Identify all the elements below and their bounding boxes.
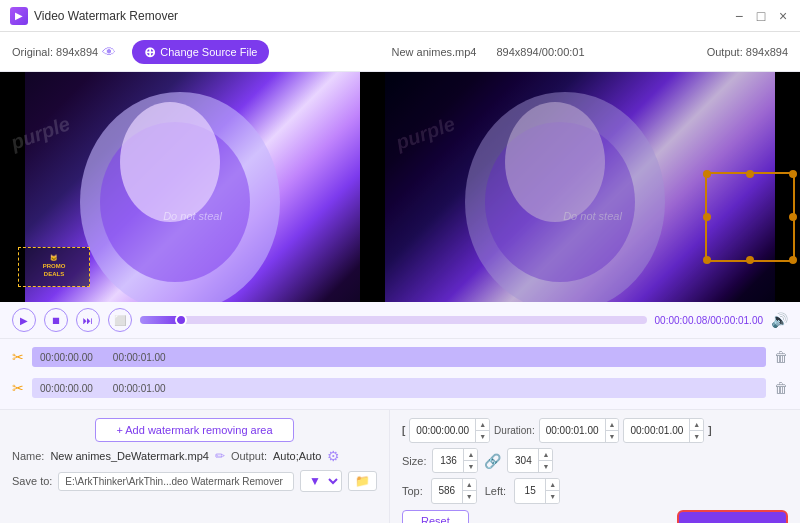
bracket-close: ] bbox=[708, 425, 711, 436]
right-panel-top: [ 00:00:00.00 ▲ ▼ Duration: 00:00:01.00 … bbox=[402, 418, 788, 504]
left-video-panel: purple Do not steal 🐱PROMODEALS bbox=[0, 72, 385, 302]
minimize-button[interactable]: − bbox=[732, 9, 746, 23]
time-end-down[interactable]: ▼ bbox=[690, 431, 703, 442]
eye-icon[interactable]: 👁 bbox=[102, 44, 116, 60]
app-icon: ▶ bbox=[10, 7, 28, 25]
folder-button[interactable]: 📁 bbox=[348, 471, 377, 491]
video-area: purple Do not steal 🐱PROMODEALS purple D… bbox=[0, 72, 800, 302]
promo-text: 🐱PROMODEALS bbox=[43, 255, 66, 278]
handle-top-mid[interactable] bbox=[746, 170, 754, 178]
size-h-spinner: 304 ▲ ▼ bbox=[507, 448, 553, 473]
volume-icon[interactable]: 🔊 bbox=[771, 312, 788, 328]
player-controls: ▶ ⏹ ⏭ ⬜ 00:00:00.08/00:00:01.00 🔊 bbox=[0, 302, 800, 339]
handle-bottom-mid[interactable] bbox=[746, 256, 754, 264]
timeline-icon-1: ✂ bbox=[12, 349, 24, 365]
timeline-track-2[interactable]: 00:00:00.00 00:00:01.00 bbox=[32, 378, 766, 398]
handle-top-left[interactable] bbox=[703, 170, 711, 178]
left-up[interactable]: ▲ bbox=[546, 479, 559, 491]
duration-label: Duration: bbox=[494, 425, 535, 436]
change-source-button[interactable]: ⊕ Change Source File bbox=[132, 40, 269, 64]
time-end-up[interactable]: ▲ bbox=[690, 419, 703, 431]
size-w-down[interactable]: ▼ bbox=[464, 461, 477, 472]
timeline-delete-1[interactable]: 🗑 bbox=[774, 349, 788, 365]
save-dropdown[interactable]: ▼ bbox=[300, 470, 342, 492]
right-panel: [ 00:00:00.00 ▲ ▼ Duration: 00:00:01.00 … bbox=[390, 410, 800, 523]
right-black-bar bbox=[360, 72, 385, 302]
time-start-spinners: ▲ ▼ bbox=[475, 419, 489, 442]
duration-spinner: 00:00:01.00 ▲ ▼ bbox=[539, 418, 620, 443]
duration-value: 00:00:01.00 bbox=[540, 423, 605, 438]
reset-button[interactable]: Reset bbox=[402, 510, 469, 523]
top-down[interactable]: ▼ bbox=[463, 491, 476, 502]
size-h-value: 304 bbox=[508, 453, 538, 468]
stop-button[interactable]: ⏹ bbox=[44, 308, 68, 332]
top-value: 586 bbox=[432, 483, 462, 498]
handle-bottom-left[interactable] bbox=[703, 256, 711, 264]
gear-icon[interactable]: ⚙ bbox=[327, 448, 340, 464]
next-frame-button[interactable]: ⏭ bbox=[76, 308, 100, 332]
maximize-button[interactable]: □ bbox=[754, 9, 768, 23]
bracket-open: [ bbox=[402, 425, 405, 436]
name-label: Name: bbox=[12, 450, 44, 462]
time-display: 00:00:00.08/00:00:01.00 bbox=[655, 315, 763, 326]
handle-bottom-right[interactable] bbox=[789, 256, 797, 264]
title-bar: ▶ Video Watermark Remover − □ × bbox=[0, 0, 800, 32]
export-button[interactable]: Export bbox=[677, 510, 788, 523]
file-info-bar: New animes.mp4 894x894/00:00:01 bbox=[285, 46, 690, 58]
track2-start: 00:00:00.00 bbox=[40, 383, 93, 394]
save-row: Save to: ▼ 📁 bbox=[12, 470, 377, 492]
mark-button[interactable]: ⬜ bbox=[108, 308, 132, 332]
left-video-frame: purple Do not steal 🐱PROMODEALS bbox=[0, 72, 385, 302]
app-title: Video Watermark Remover bbox=[34, 9, 178, 23]
save-path-input[interactable] bbox=[58, 472, 294, 491]
selection-box[interactable] bbox=[705, 172, 795, 262]
size-label: Size: bbox=[402, 455, 426, 467]
name-value: New animes_DeWatermark.mp4 bbox=[50, 450, 209, 462]
duration-spinners: ▲ ▼ bbox=[605, 419, 619, 442]
output-label: Output: 894x894 bbox=[707, 46, 788, 58]
size-w-spinners: ▲ ▼ bbox=[463, 449, 477, 472]
handle-mid-right[interactable] bbox=[789, 213, 797, 221]
time-start-up[interactable]: ▲ bbox=[476, 419, 489, 431]
top-up[interactable]: ▲ bbox=[463, 479, 476, 491]
timeline-section: ✂ 00:00:00.00 00:00:01.00 🗑 ✂ 00:00:00.0… bbox=[0, 339, 800, 409]
handle-top-right[interactable] bbox=[789, 170, 797, 178]
right-video-frame: purple Do not steal bbox=[385, 72, 800, 302]
watermark-promo-left: 🐱PROMODEALS bbox=[18, 247, 90, 287]
time-start-down[interactable]: ▼ bbox=[476, 431, 489, 442]
add-watermark-area-button[interactable]: + Add watermark removing area bbox=[95, 418, 293, 442]
handle-mid-left[interactable] bbox=[703, 213, 711, 221]
timeline-track-1[interactable]: 00:00:00.00 00:00:01.00 bbox=[32, 347, 766, 367]
do-not-steal-text: Do not steal bbox=[163, 210, 222, 222]
progress-bar[interactable] bbox=[140, 316, 647, 324]
bottom-section: + Add watermark removing area Name: New … bbox=[0, 409, 800, 523]
original-label: Original: 894x894 👁 bbox=[12, 44, 116, 60]
duration-up[interactable]: ▲ bbox=[606, 419, 619, 431]
timeline-delete-2[interactable]: 🗑 bbox=[774, 380, 788, 396]
play-button[interactable]: ▶ bbox=[12, 308, 36, 332]
left-spinner: 15 ▲ ▼ bbox=[514, 478, 560, 503]
close-button[interactable]: × bbox=[776, 9, 790, 23]
top-bar: Original: 894x894 👁 ⊕ Change Source File… bbox=[0, 32, 800, 72]
time-start-value: 00:00:00.00 bbox=[410, 423, 475, 438]
timeline-row-1: ✂ 00:00:00.00 00:00:01.00 🗑 bbox=[12, 343, 788, 371]
output-value: Auto;Auto bbox=[273, 450, 321, 462]
size-row: Size: 136 ▲ ▼ 🔗 304 ▲ ▼ bbox=[402, 448, 788, 473]
size-h-down[interactable]: ▼ bbox=[539, 461, 552, 472]
size-h-up[interactable]: ▲ bbox=[539, 449, 552, 461]
duration-down[interactable]: ▼ bbox=[606, 431, 619, 442]
edit-icon[interactable]: ✏ bbox=[215, 449, 225, 463]
left-down[interactable]: ▼ bbox=[546, 491, 559, 502]
track2-end: 00:00:01.00 bbox=[113, 383, 166, 394]
save-label: Save to: bbox=[12, 475, 52, 487]
size-w-up[interactable]: ▲ bbox=[464, 449, 477, 461]
track1-start: 00:00:00.00 bbox=[40, 352, 93, 363]
output-label: Output: bbox=[231, 450, 267, 462]
top-spinners: ▲ ▼ bbox=[462, 479, 476, 502]
time-end-spinner: 00:00:01.00 ▲ ▼ bbox=[623, 418, 704, 443]
file-name: New animes.mp4 bbox=[392, 46, 477, 58]
link-icon[interactable]: 🔗 bbox=[484, 453, 501, 469]
file-dimensions: 894x894/00:00:01 bbox=[497, 46, 585, 58]
figure-blob-3 bbox=[120, 102, 220, 222]
timeline-icon-2: ✂ bbox=[12, 380, 24, 396]
